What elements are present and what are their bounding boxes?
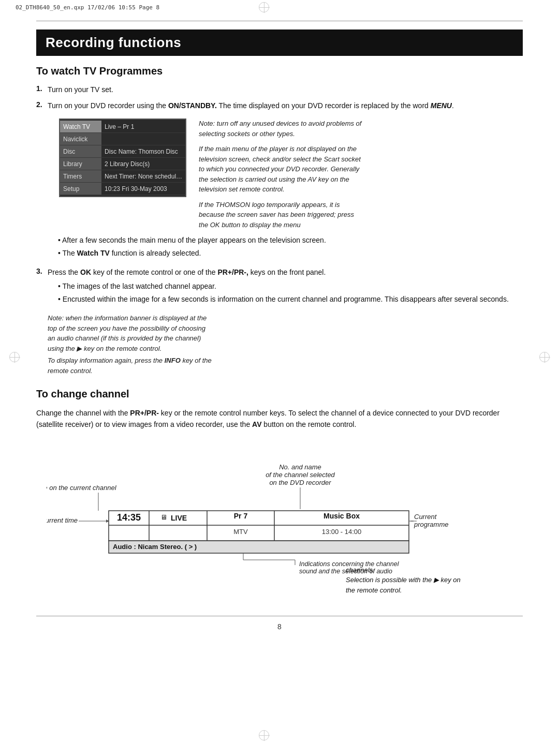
audio-annotation-remote: the remote control. — [346, 586, 402, 594]
change-channel-title: To change channel — [36, 388, 523, 400]
section-title: Recording functions — [46, 35, 181, 50]
step-2-bold-italic: MENU — [431, 101, 452, 110]
annotation-current-time: Current time — [47, 516, 78, 524]
menu-area: Watch TV Live – Pr 1 Naviclick Disc Disc… — [59, 118, 523, 230]
registration-mark-mid-left — [9, 352, 20, 362]
annotation-on-dvd: on the DVD recorder — [269, 479, 331, 486]
step-2-bold: ON/STANDBY. — [168, 101, 217, 110]
step-2-text-end: . — [452, 101, 454, 110]
diagram-svg: Image on the current channel No. and nam… — [47, 441, 512, 575]
menu-label-naviclick: Naviclick — [60, 133, 101, 145]
audio-annotation-selection: Selection is possible with the ▶ key on — [346, 576, 461, 584]
step-3-bullet-1: The images of the last watched channel a… — [58, 281, 523, 292]
file-info: 02_DTH8640_50_en.qxp 17/02/06 10:55 Page… — [16, 4, 159, 11]
banner-box — [109, 511, 409, 541]
menu-value-watchtv: Live – Pr 1 — [101, 121, 185, 133]
top-rule — [36, 21, 523, 21]
menu-value-disc: Disc Name: Thomson Disc — [101, 145, 185, 158]
step-3: 3. Press the OK key of the remote contro… — [36, 267, 523, 308]
banner-programme-name: Music Box — [323, 512, 360, 520]
menu-label-timers: Timers — [60, 170, 101, 183]
step-1: 1. Turn on your TV set. — [36, 84, 523, 95]
step-2-bullets: After a few seconds the main menu of the… — [58, 235, 523, 259]
note2: If the main menu of the player is not di… — [199, 144, 364, 195]
step-2-content: Turn on your DVD recorder using the ON/S… — [48, 100, 523, 262]
menu-label-watchtv: Watch TV — [60, 121, 101, 133]
step-1-number: 1. — [36, 84, 48, 93]
menu-row-watchtv: Watch TV Live – Pr 1 — [60, 121, 185, 133]
menu-value-naviclick — [101, 133, 185, 145]
step-3-number: 3. — [36, 267, 48, 275]
section-header: Recording functions — [36, 29, 523, 56]
step-2-bullet-2: The Watch TV function is already selecte… — [58, 248, 523, 259]
step-2-number: 2. — [36, 100, 48, 109]
menu-row-disc: Disc Disc Name: Thomson Disc — [60, 145, 185, 158]
menu-value-setup: 10:23 Fri 30-May 2003 — [101, 183, 185, 195]
menu-screenshot: Watch TV Live – Pr 1 Naviclick Disc Disc… — [59, 118, 186, 197]
annotation-no-name: No. and name — [279, 463, 321, 471]
step-2: 2. Turn on your DVD recorder using the O… — [36, 100, 523, 262]
menu-row-naviclick: Naviclick — [60, 133, 185, 145]
menu-label-library: Library — [60, 158, 101, 170]
step-2-bullet-1: After a few seconds the main menu of the… — [58, 235, 523, 246]
banner-live-label: LIVE — [171, 514, 187, 522]
channel-diagram: Image on the current channel No. and nam… — [36, 441, 523, 596]
change-channel-text: Change the channel with the PR+/PR- key … — [36, 407, 523, 431]
watch-tv-steps: 1. Turn on your TV set. 2. Turn on your … — [36, 84, 523, 308]
registration-mark-top — [259, 2, 269, 12]
banner-channel-num: Pr 7 — [234, 512, 248, 520]
bottom-rule — [36, 616, 523, 616]
audio-bar-text: Audio : Nicam Stereo. ( > ) — [113, 543, 197, 551]
banner-channel-name: MTV — [233, 528, 248, 536]
annotation-programme-label: programme — [414, 521, 448, 528]
menu-row-timers: Timers Next Timer: None schedul… — [60, 170, 185, 183]
step-3-bullet-2: Encrusted within the image for a few sec… — [58, 294, 523, 305]
notes-column: Note: turn off any unused devices to avo… — [199, 118, 364, 230]
registration-mark-bottom — [259, 730, 269, 740]
menu-label-disc: Disc — [60, 145, 101, 158]
menu-value-library: 2 Library Disc(s) — [101, 158, 185, 170]
banner-programme-time: 13:00 - 14:00 — [322, 528, 362, 536]
banner-time: 14:35 — [117, 512, 141, 523]
step-2-text-before: Turn on your DVD recorder using the — [48, 101, 168, 110]
step-3-bullets: The images of the last watched channel a… — [58, 281, 523, 305]
note4-container: Note: when the information banner is dis… — [48, 313, 523, 376]
banner-tv-icon: 🖥 — [160, 513, 167, 521]
step-1-text: Turn on your TV set. — [48, 84, 523, 95]
watch-tv-title: To watch TV Programmes — [36, 65, 523, 77]
page-number: 8 — [36, 622, 523, 631]
annotation-channel-selected: of the channel selected — [266, 471, 335, 479]
step-2-text-after: The time displayed on your DVD recorder … — [217, 101, 431, 110]
note5: To display information again, press the … — [48, 355, 213, 376]
menu-row-setup: Setup 10:23 Fri 30-May 2003 — [60, 183, 185, 195]
audio-annotation-channels: channels. — [346, 566, 375, 574]
note1: Note: turn off any unused devices to avo… — [199, 118, 364, 139]
note3: If the THOMSON logo temporarily appears,… — [199, 200, 364, 230]
annotation-current-prog: Current — [414, 513, 437, 521]
menu-row-library: Library 2 Library Disc(s) — [60, 158, 185, 170]
note4: Note: when the information banner is dis… — [48, 313, 213, 353]
menu-label-setup: Setup — [60, 183, 101, 195]
registration-mark-mid-right — [539, 352, 550, 362]
audio-annotation-extra: channels. Selection is possible with the… — [346, 565, 523, 596]
step-3-content: Press the OK key of the remote control o… — [48, 267, 523, 308]
menu-value-timers: Next Timer: None schedul… — [101, 170, 185, 183]
annotation-image-label: Image on the current channel — [47, 484, 117, 492]
